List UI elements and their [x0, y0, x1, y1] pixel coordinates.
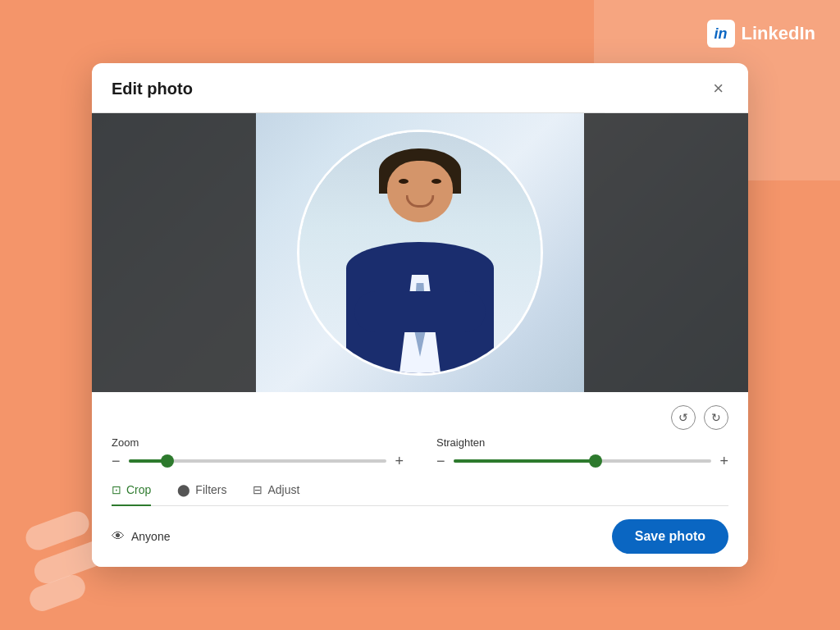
bg-wave-shapes [25, 518, 111, 605]
zoom-label: Zoom [112, 436, 404, 449]
zoom-plus[interactable]: + [395, 454, 404, 468]
tab-filters-label: Filters [195, 483, 226, 496]
zoom-thumb[interactable] [161, 454, 174, 468]
adjust-icon: ⊟ [253, 483, 262, 496]
redo-button[interactable]: ↻ [704, 405, 728, 430]
edit-photo-dialog: Edit photo × [92, 63, 748, 567]
tab-crop[interactable]: ⊡ Crop [112, 483, 151, 506]
straighten-plus[interactable]: + [719, 454, 728, 468]
person-arms [354, 291, 486, 332]
straighten-slider-row: − + [436, 454, 728, 468]
person-face [387, 161, 453, 222]
photo-edit-area [92, 113, 748, 392]
left-eye [399, 179, 409, 184]
straighten-slider-group: Straighten − + [436, 436, 728, 468]
straighten-thumb[interactable] [589, 454, 602, 468]
tabs-row: ⊡ Crop ⬤ Filters ⊟ Adjust [112, 483, 728, 506]
controls-area: ↺ ↻ Zoom − + Str [92, 392, 748, 567]
tab-crop-label: Crop [126, 483, 151, 496]
visibility-label: Anyone [131, 530, 170, 543]
linkedin-logo: in LinkedIn [707, 20, 815, 48]
linkedin-name: LinkedIn [742, 23, 815, 44]
right-eye [431, 179, 441, 184]
side-panel-right [584, 113, 748, 392]
save-photo-button[interactable]: Save photo [612, 519, 728, 554]
zoom-slider-group: Zoom − + [112, 436, 404, 468]
undo-redo-row: ↺ ↻ [112, 405, 728, 430]
person-smile [406, 195, 435, 208]
zoom-slider-row: − + [112, 454, 404, 468]
straighten-track[interactable] [454, 459, 712, 463]
filters-icon: ⬤ [177, 483, 190, 496]
zoom-minus[interactable]: − [112, 454, 121, 468]
dialog-title: Edit photo [112, 80, 193, 98]
undo-button[interactable]: ↺ [671, 405, 696, 430]
linkedin-icon: in [707, 20, 735, 48]
visibility-selector[interactable]: 👁 Anyone [112, 529, 170, 544]
tab-adjust-label: Adjust [267, 483, 299, 496]
tab-filters[interactable]: ⬤ Filters [177, 483, 226, 506]
straighten-fill [454, 459, 596, 463]
crop-icon: ⊡ [112, 483, 121, 496]
tab-adjust[interactable]: ⊟ Adjust [253, 483, 299, 506]
circle-crop-overlay[interactable] [297, 130, 543, 376]
side-panel-left [92, 113, 256, 392]
zoom-track[interactable] [129, 459, 387, 463]
person-photo [299, 132, 541, 373]
bottom-row: 👁 Anyone Save photo [112, 516, 728, 554]
sliders-row: Zoom − + Straighten − [112, 436, 728, 468]
eye-icon: 👁 [112, 529, 125, 544]
straighten-minus[interactable]: − [436, 454, 445, 468]
straighten-label: Straighten [436, 436, 728, 449]
